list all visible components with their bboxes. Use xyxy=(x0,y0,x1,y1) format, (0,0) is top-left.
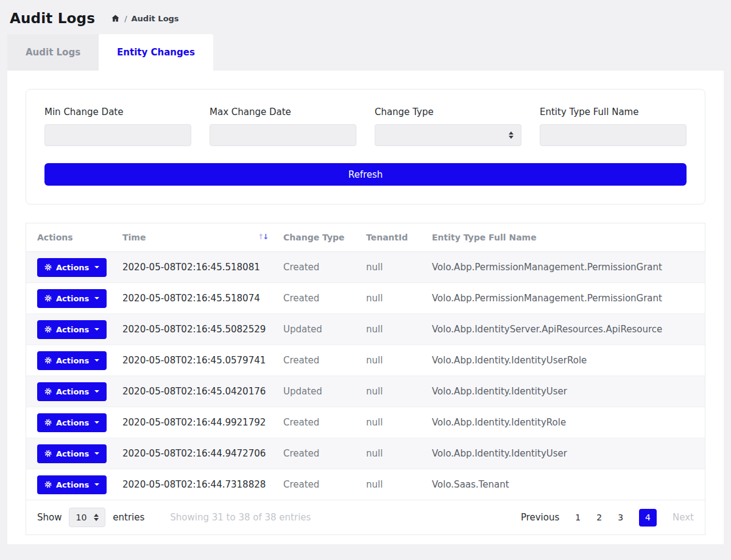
tabs: Audit Logs Entity Changes xyxy=(0,34,731,71)
row-actions-button[interactable]: Actions xyxy=(37,475,107,494)
table-row: Actions 2020-05-08T02:16:45.518074 Creat… xyxy=(26,283,705,314)
row-actions-button[interactable]: Actions xyxy=(37,320,107,339)
time-cell: 2020-05-08T02:16:45.518074 xyxy=(116,283,277,314)
time-cell: 2020-05-08T02:16:44.9472706 xyxy=(116,438,277,469)
column-header-actions: Actions xyxy=(26,223,116,252)
caret-down-icon xyxy=(94,359,99,362)
table-row: Actions 2020-05-08T02:16:45.0579741 Crea… xyxy=(26,345,705,376)
change-type-label: Change Type xyxy=(375,107,521,117)
caret-down-icon xyxy=(94,266,99,268)
gear-icon xyxy=(44,388,52,395)
table-card: Actions Time ↑↓ Change Type TenantId Ent… xyxy=(26,223,705,535)
filter-entity-type-full-name: Entity Type Full Name xyxy=(540,107,687,146)
time-cell: 2020-05-08T02:16:44.9921792 xyxy=(116,407,277,438)
change-type-cell: Updated xyxy=(277,314,360,345)
min-change-date-input[interactable] xyxy=(44,124,191,146)
table-footer: Show 10 entries Showing 31 to 38 of 38 e… xyxy=(26,500,705,534)
breadcrumb-separator: / xyxy=(124,14,127,23)
table-row: Actions 2020-05-08T02:16:45.518081 Creat… xyxy=(26,252,705,283)
page-size-select[interactable]: 10 xyxy=(69,508,105,527)
gear-icon xyxy=(44,481,52,488)
gear-icon xyxy=(44,326,52,333)
entity-type-cell: Volo.Abp.Identity.IdentityRole xyxy=(426,407,705,438)
refresh-button[interactable]: Refresh xyxy=(44,163,687,186)
gear-icon xyxy=(44,357,52,364)
pagination-page-1[interactable]: 1 xyxy=(575,513,581,522)
row-actions-button[interactable]: Actions xyxy=(37,258,107,277)
tenant-id-cell: null xyxy=(360,314,426,345)
pagination-previous[interactable]: Previous xyxy=(521,512,559,523)
row-actions-label: Actions xyxy=(56,294,89,303)
pagination-page-2[interactable]: 2 xyxy=(596,513,602,522)
pagination-next[interactable]: Next xyxy=(673,512,694,523)
gear-icon xyxy=(44,295,52,302)
pagination-page-4[interactable]: 4 xyxy=(639,509,657,527)
caret-down-icon xyxy=(94,390,99,393)
row-actions-label: Actions xyxy=(56,418,89,427)
filter-min-change-date: Min Change Date xyxy=(44,107,191,146)
entity-type-cell: Volo.Abp.PermissionManagement.Permission… xyxy=(426,252,705,283)
row-actions-label: Actions xyxy=(56,449,89,458)
caret-down-icon xyxy=(94,297,99,299)
filter-max-change-date: Max Change Date xyxy=(210,107,356,146)
entity-changes-table: Actions Time ↑↓ Change Type TenantId Ent… xyxy=(26,223,705,500)
row-actions-button[interactable]: Actions xyxy=(37,351,107,370)
entity-type-full-name-input[interactable] xyxy=(540,124,687,146)
page-size-updown-icon xyxy=(94,514,99,521)
sort-icon[interactable]: ↑↓ xyxy=(258,233,267,241)
table-row: Actions 2020-05-08T02:16:45.0420176 Upda… xyxy=(26,376,705,407)
table-row: Actions 2020-05-08T02:16:44.9472706 Crea… xyxy=(26,438,705,469)
entity-type-cell: Volo.Abp.Identity.IdentityUser xyxy=(426,438,705,469)
row-actions-label: Actions xyxy=(56,325,89,334)
row-actions-label: Actions xyxy=(56,387,89,396)
change-type-cell: Updated xyxy=(277,376,360,407)
page-size-value: 10 xyxy=(76,513,87,522)
page-title: Audit Logs xyxy=(10,10,95,26)
tenant-id-cell: null xyxy=(360,376,426,407)
entries-label: entries xyxy=(113,512,144,523)
show-label: Show xyxy=(37,512,62,523)
change-type-cell: Created xyxy=(277,469,360,500)
min-change-date-label: Min Change Date xyxy=(44,107,191,117)
entity-type-cell: Volo.Saas.Tenant xyxy=(426,469,705,500)
breadcrumb: / Audit Logs xyxy=(111,14,178,23)
caret-down-icon xyxy=(94,452,99,455)
tab-audit-logs[interactable]: Audit Logs xyxy=(7,34,99,71)
row-actions-button[interactable]: Actions xyxy=(37,444,107,463)
pagination: Previous 1234 Next xyxy=(521,509,694,527)
time-cell: 2020-05-08T02:16:45.0420176 xyxy=(116,376,277,407)
page-header: Audit Logs / Audit Logs xyxy=(0,0,731,34)
tenant-id-cell: null xyxy=(360,252,426,283)
table-row: Actions 2020-05-08T02:16:45.5082529 Upda… xyxy=(26,314,705,345)
row-actions-label: Actions xyxy=(56,263,89,272)
change-type-cell: Created xyxy=(277,345,360,376)
gear-icon xyxy=(44,419,52,426)
tenant-id-cell: null xyxy=(360,407,426,438)
pagination-pages: 1234 xyxy=(575,509,657,527)
max-change-date-input[interactable] xyxy=(210,124,356,146)
tab-entity-changes[interactable]: Entity Changes xyxy=(99,34,213,71)
entity-type-full-name-label: Entity Type Full Name xyxy=(540,107,687,117)
row-actions-label: Actions xyxy=(56,480,89,489)
gear-icon xyxy=(44,264,52,271)
row-actions-button[interactable]: Actions xyxy=(37,289,107,308)
main-card: Min Change Date Max Change Date Change T… xyxy=(7,71,724,544)
table-row: Actions 2020-05-08T02:16:44.7318828 Crea… xyxy=(26,469,705,500)
breadcrumb-current: Audit Logs xyxy=(132,14,179,23)
row-actions-button[interactable]: Actions xyxy=(37,413,107,432)
entity-type-cell: Volo.Abp.IdentityServer.ApiResources.Api… xyxy=(426,314,705,345)
column-header-entity-type: Entity Type Full Name xyxy=(426,223,705,252)
time-cell: 2020-05-08T02:16:45.0579741 xyxy=(116,345,277,376)
row-actions-button[interactable]: Actions xyxy=(37,382,107,401)
pagination-page-3[interactable]: 3 xyxy=(618,513,623,522)
caret-down-icon xyxy=(94,328,99,331)
tenant-id-cell: null xyxy=(360,345,426,376)
time-cell: 2020-05-08T02:16:44.7318828 xyxy=(116,469,277,500)
row-actions-label: Actions xyxy=(56,356,89,365)
change-type-select[interactable] xyxy=(375,124,521,146)
entity-type-cell: Volo.Abp.Identity.IdentityUser xyxy=(426,376,705,407)
showing-entries-text: Showing 31 to 38 of 38 entries xyxy=(170,512,311,523)
column-header-time[interactable]: Time ↑↓ xyxy=(116,223,277,252)
tenant-id-cell: null xyxy=(360,469,426,500)
home-icon[interactable] xyxy=(111,14,120,23)
